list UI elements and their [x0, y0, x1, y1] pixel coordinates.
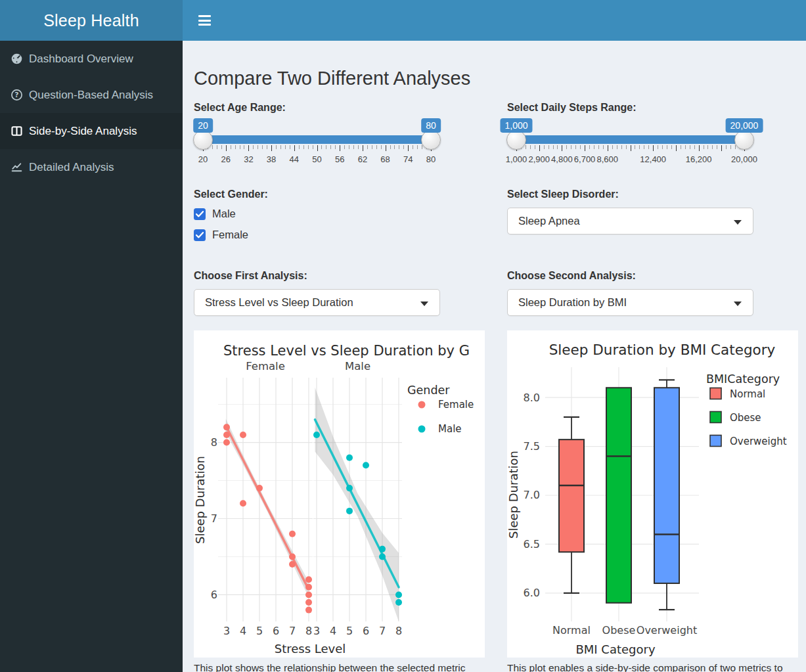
- checkbox-label: Female: [212, 229, 248, 241]
- chevron-down-icon: [734, 302, 742, 306]
- daily-steps-slider[interactable]: 1,0002,9004,8006,7008,60012,40016,20020,…: [507, 118, 753, 179]
- app-title: Sleep Health: [0, 0, 183, 41]
- svg-text:Gender: Gender: [407, 384, 450, 397]
- svg-text:7: 7: [379, 625, 386, 637]
- svg-text:Sleep Duration by BMI Category: Sleep Duration by BMI Category: [549, 342, 776, 358]
- box-plot[interactable]: 8.07.57.06.56.0NormalObeseOverweightBMI …: [507, 330, 798, 658]
- sleep-disorder-label: Select Sleep Disorder:: [507, 188, 798, 201]
- daily-steps-label: Select Daily Steps Range:: [507, 101, 798, 114]
- svg-text:5: 5: [256, 625, 263, 637]
- svg-text:4: 4: [330, 625, 336, 637]
- sidebar-item-label: Question-Based Analysis: [29, 89, 153, 102]
- checkbox-checked-icon[interactable]: [194, 208, 206, 220]
- first-analysis-select[interactable]: Stress Level vs Sleep Duration: [194, 289, 440, 316]
- scatter-plot-svg: FemaleMale678345678345678Stress LevelSle…: [194, 330, 485, 658]
- columns-icon: [9, 125, 24, 138]
- age-slider-max-value: 80: [421, 118, 441, 133]
- steps-slider-min-handle[interactable]: [506, 130, 526, 150]
- sleep-disorder-value: Sleep Apnea: [518, 215, 580, 227]
- steps-slider-min-value: 1,000: [500, 118, 532, 133]
- svg-text:Female: Female: [246, 360, 285, 372]
- sidebar-item-side-by-side-analysis[interactable]: Side-by-Side Analysis: [0, 113, 183, 149]
- age-slider-min-handle[interactable]: [193, 130, 213, 150]
- sidebar-item-detailed-analysis[interactable]: Detailed Analysis: [0, 149, 183, 185]
- svg-text:8: 8: [211, 436, 217, 449]
- second-analysis-label: Choose Second Analysis:: [507, 269, 798, 282]
- chevron-down-icon: [734, 220, 742, 225]
- steps-slider-max-handle[interactable]: [734, 130, 754, 150]
- age-range-control: Select Age Range: 2026323844505662687480…: [194, 101, 485, 179]
- svg-text:7.0: 7.0: [524, 489, 540, 501]
- second-analysis-select[interactable]: Sleep Duration by BMI: [507, 289, 753, 316]
- checkbox-checked-icon[interactable]: [194, 229, 206, 241]
- svg-text:Sleep Duration: Sleep Duration: [194, 456, 207, 544]
- male-checkbox[interactable]: Male: [194, 208, 485, 220]
- svg-text:7: 7: [289, 625, 296, 637]
- svg-text:6: 6: [273, 625, 279, 637]
- age-slider-min-value: 20: [193, 118, 213, 133]
- age-range-slider[interactable]: 20263238445056626874802080: [194, 118, 440, 179]
- svg-text:Normal: Normal: [552, 624, 591, 637]
- svg-text:4: 4: [240, 625, 246, 637]
- steps-slider-max-value: 20,000: [726, 118, 763, 133]
- scatter-plot-caption: This plot shows the relationship between…: [194, 660, 485, 672]
- first-analysis-control: Choose First Analysis: Stress Level vs S…: [194, 269, 485, 316]
- svg-text:6.0: 6.0: [524, 587, 540, 599]
- age-slider-max-handle[interactable]: [421, 130, 441, 150]
- sidebar-item-question-based-analysis[interactable]: ?Question-Based Analysis: [0, 77, 183, 113]
- sidebar-item-label: Detailed Analysis: [29, 161, 114, 174]
- svg-text:6.5: 6.5: [524, 538, 540, 550]
- svg-text:Female: Female: [438, 399, 474, 411]
- sidebar-item-label: Side-by-Side Analysis: [29, 125, 137, 138]
- age-slider-track[interactable]: [203, 135, 431, 144]
- svg-text:7: 7: [211, 512, 217, 525]
- svg-text:Overweight: Overweight: [637, 624, 697, 637]
- svg-text:Sleep Duration: Sleep Duration: [507, 451, 520, 539]
- first-analysis-value: Stress Level vs Sleep Duration: [205, 296, 353, 309]
- steps-slider-grid: [516, 145, 744, 153]
- gender-label: Select Gender:: [194, 188, 485, 201]
- page-title: Compare Two Different Analyses: [194, 67, 796, 89]
- sidebar-toggle-icon[interactable]: [194, 11, 215, 30]
- box-plot-svg: 8.07.57.06.56.0NormalObeseOverweightBMI …: [507, 330, 798, 658]
- svg-text:8.0: 8.0: [524, 392, 540, 404]
- steps-slider-grid-labels: 1,0002,9004,8006,7008,60012,40016,20020,…: [516, 154, 744, 165]
- steps-slider-track[interactable]: [516, 135, 744, 144]
- app-header: Sleep Health: [0, 0, 806, 41]
- second-analysis-value: Sleep Duration by BMI: [518, 296, 627, 309]
- second-analysis-control: Choose Second Analysis: Sleep Duration b…: [507, 269, 798, 316]
- svg-text:7.5: 7.5: [524, 440, 540, 453]
- question-circle-icon: ?: [9, 89, 24, 102]
- svg-text:8: 8: [395, 625, 402, 637]
- sleep-disorder-control: Select Sleep Disorder: Sleep Apnea: [507, 188, 798, 250]
- svg-text:BMI Category: BMI Category: [575, 642, 655, 656]
- sidebar-item-dashboard-overview[interactable]: Dashboard Overview: [0, 41, 183, 77]
- gender-control: Select Gender: MaleFemale: [194, 188, 485, 250]
- svg-text:Obese: Obese: [602, 624, 636, 637]
- svg-text:3: 3: [313, 625, 320, 637]
- svg-text:Overweight: Overweight: [730, 436, 787, 447]
- main-content: Compare Two Different Analyses Select Ag…: [183, 41, 806, 672]
- age-range-label: Select Age Range:: [194, 101, 485, 114]
- svg-text:3: 3: [223, 625, 230, 637]
- first-analysis-label: Choose First Analysis:: [194, 269, 485, 282]
- svg-text:8: 8: [305, 625, 312, 637]
- scatter-plot[interactable]: FemaleMale678345678345678Stress LevelSle…: [194, 330, 485, 658]
- sidebar: Dashboard Overview?Question-Based Analys…: [0, 41, 183, 672]
- daily-steps-control: Select Daily Steps Range: 1,0002,9004,80…: [507, 101, 798, 179]
- female-checkbox[interactable]: Female: [194, 229, 485, 241]
- svg-text:BMICategory: BMICategory: [706, 372, 780, 386]
- svg-text:Normal: Normal: [730, 388, 765, 400]
- svg-text:Male: Male: [438, 423, 462, 435]
- age-slider-grid: [203, 145, 431, 153]
- gauge-icon: [9, 53, 24, 66]
- top-navbar: [183, 0, 806, 41]
- age-slider-grid-labels: 2026323844505662687480: [203, 154, 431, 165]
- svg-text:6: 6: [211, 589, 217, 601]
- box-plot-caption: This plot enables a side-by-side compari…: [507, 660, 798, 672]
- gender-checkbox-group: MaleFemale: [194, 208, 485, 241]
- chevron-down-icon: [420, 302, 428, 306]
- svg-text:5: 5: [346, 625, 353, 637]
- sleep-disorder-select[interactable]: Sleep Apnea: [507, 208, 753, 235]
- svg-text:Stress Level vs Sleep Duration: Stress Level vs Sleep Duration by G: [223, 343, 470, 359]
